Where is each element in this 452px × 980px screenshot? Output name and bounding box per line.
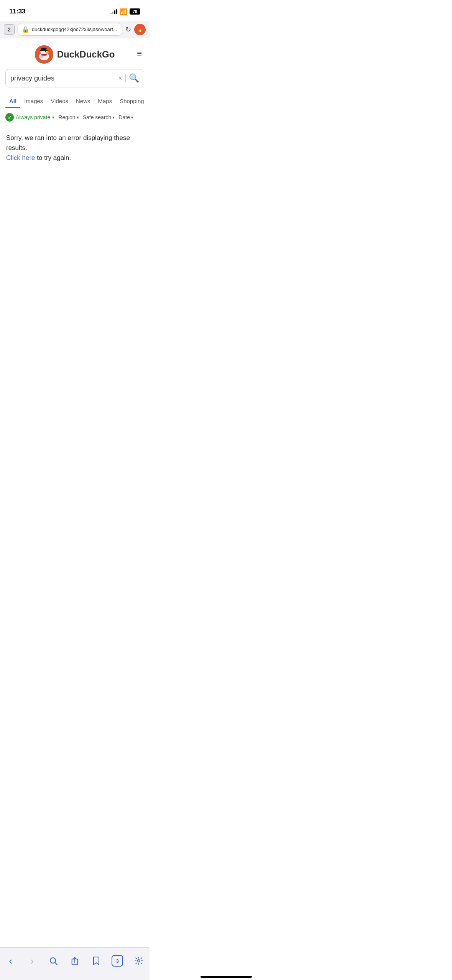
svg-point-7 [46,52,49,54]
status-bar: 11:33 📶 79 [0,0,150,21]
tab-videos[interactable]: Videos [47,94,72,108]
tab-news[interactable]: News [72,94,94,108]
region-arrow-icon: ▾ [77,115,79,120]
tab-counter[interactable]: 2 [4,24,15,35]
ddg-logo [35,45,53,64]
duck-logo-svg [35,45,53,64]
search-divider [125,74,126,82]
ddg-fire-button[interactable]: 🔥 [134,24,146,35]
url-bar[interactable]: 🔒 duckduckgogg42xjoc72x3sjasowoarf... [18,23,122,36]
always-private-label: Always private [16,114,50,120]
search-bar[interactable]: privacy guides × 🔍 [5,69,144,87]
filters-row: ✓ Always private ▾ Region ▾ Safe search … [0,109,150,125]
region-label: Region [58,114,75,120]
tabs-row: All Images Videos News Maps Shopping 💬 ⚙… [0,93,150,109]
always-private-arrow-icon: ▾ [52,115,54,120]
error-link-suffix: to try again. [35,154,71,161]
always-private-filter[interactable]: ✓ Always private ▾ [5,113,54,122]
retry-link[interactable]: Click here [6,154,35,161]
signal-icon [110,9,117,14]
error-message: Sorry, we ran into an error displaying t… [6,133,143,153]
ddg-header: DuckDuckGo ≡ [0,38,150,69]
safe-search-filter[interactable]: Safe search ▾ [83,114,115,120]
date-label: Date [118,114,130,120]
battery-icon: 79 [130,8,140,15]
search-bar-container: privacy guides × 🔍 [0,69,150,93]
fire-icon: 🔥 [136,26,143,33]
tab-all[interactable]: All [5,94,20,108]
tab-images[interactable]: Images [20,94,47,108]
status-time: 11:33 [9,8,25,15]
page-content: DuckDuckGo ≡ privacy guides × 🔍 All Imag… [0,38,150,169]
search-clear-button[interactable]: × [118,74,122,82]
chat-icon[interactable]: 💬 [148,93,150,109]
private-check-icon: ✓ [5,113,14,122]
reload-button[interactable]: ↻ [125,25,131,34]
safe-search-arrow-icon: ▾ [112,115,115,120]
browser-bar: 2 🔒 duckduckgogg42xjoc72x3sjasowoarf... … [0,21,150,38]
search-submit-button[interactable]: 🔍 [129,73,139,83]
svg-rect-10 [39,50,48,51]
hamburger-menu-button[interactable]: ≡ [137,49,142,59]
lock-icon: 🔒 [22,26,30,33]
status-icons: 📶 79 [110,8,140,15]
tab-maps[interactable]: Maps [94,94,116,108]
url-text: duckduckgogg42xjoc72x3sjasowoarf... [32,26,118,32]
search-input[interactable]: privacy guides [10,74,115,82]
error-section: Sorry, we ran into an error displaying t… [0,125,150,169]
region-filter[interactable]: Region ▾ [58,114,79,120]
ddg-title: DuckDuckGo [57,49,115,60]
wifi-icon: 📶 [120,8,127,15]
error-retry-line: Click here to try again. [6,154,143,162]
svg-text:🔥: 🔥 [138,27,143,32]
date-arrow-icon: ▾ [131,115,133,120]
safe-search-label: Safe search [83,114,112,120]
ddg-logo-area: DuckDuckGo [35,45,115,64]
date-filter[interactable]: Date ▾ [118,114,133,120]
tab-shopping[interactable]: Shopping [116,94,148,108]
svg-point-11 [41,54,47,56]
